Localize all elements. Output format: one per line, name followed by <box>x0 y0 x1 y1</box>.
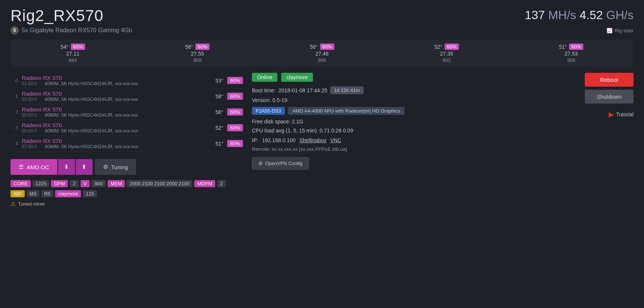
summary-fan-4: 60% <box>569 44 583 50</box>
download-button[interactable]: ⬇ <box>58 159 75 175</box>
summary-fan-1: 60% <box>195 44 210 50</box>
cpu-load-label: CPU load avg (1, 5, 15 min): <box>252 128 318 134</box>
gpu-time-3: 06:00.0 <box>22 128 42 134</box>
download-icon: ⬇ <box>64 164 69 170</box>
gear-icon: ⚙ <box>103 164 108 170</box>
summary-rpm-2: 906 <box>318 57 326 63</box>
claymore-tag: claymore <box>55 190 81 197</box>
online-badge: Online <box>252 73 277 82</box>
tuned-miner-row: ⚠ Tuned miner <box>10 200 243 207</box>
gpu-info-1: Radeon RX 570 02:00.0 4096M, SK Hynix H5… <box>22 90 210 102</box>
summary-fan-3: 60% <box>445 44 459 50</box>
gpu-name-1: Radeon RX 570 <box>22 90 210 97</box>
upload-button[interactable]: ⬆ <box>76 159 93 175</box>
disk-line: Free disk space: 2.1G <box>252 119 404 125</box>
gpu-right-0: 53° 60% <box>216 77 243 84</box>
mem-vals-tag: 2000 2100 2100 2000 2100 <box>127 180 192 187</box>
gpu-temp-0: 53° <box>216 78 223 84</box>
vnc-link[interactable]: VNC <box>330 137 341 143</box>
right-panel: Online claymore Boot time: 2018-01-08 17… <box>252 73 634 207</box>
hardware-row: F2A55-DS3 AMD A4-4000 APU with Radeon(tm… <box>252 107 404 115</box>
v-label-tag: V <box>81 180 90 187</box>
gpu-row-0: 0 Radeon RX 570 01:00.0 4096M, SK Hynix … <box>10 73 243 89</box>
subtitle-row: 5 5x Gigabyte Radeon RX570 Gaming 4Gb <box>10 26 132 35</box>
gpu-right-3: 52° 60% <box>216 124 243 131</box>
dpm-label-tag: DPM <box>51 180 68 187</box>
gpu-mem-1: 4096M, SK Hynix H5GC4H24AJR, xxx-xxx-xxx <box>45 97 138 102</box>
gpu-fan-3: 60% <box>227 124 243 131</box>
remote-val: xx.xx.xxx.xx [xx.xxx.PPPoE.ktb.ua] <box>272 146 347 152</box>
gpu-summary-3: 52° 60% 27.35 902 <box>434 44 459 63</box>
gpu-row-1: 1 Radeon RX 570 02:00.0 4096M, SK Hynix … <box>10 89 243 104</box>
upload-icon: ⬆ <box>82 164 87 170</box>
youtube-icon: ▶ <box>609 110 614 119</box>
hashrate-display: 137 MH/s 4.52 GH/s <box>525 7 634 22</box>
openvpn-button[interactable]: ⚙ OpenVPN Config <box>252 157 309 170</box>
gpu-time-1: 02:00.0 <box>22 97 42 102</box>
gpu-temp-3: 52° <box>216 125 223 131</box>
gpu-summary-1: 58° 60% 27.55 909 <box>185 44 210 63</box>
gpu-time-0: 01:00.0 <box>22 81 42 86</box>
gpu-fan-2: 60% <box>227 108 243 116</box>
gpu-info-4: Radeon RX 570 07:00.0 4096M, SK Hynix H5… <box>22 138 210 149</box>
ip-label: IP: <box>252 137 258 143</box>
chart-icon: 📈 <box>607 28 613 33</box>
amd-oc-button[interactable]: ☰ AMD OC <box>10 159 57 175</box>
status-badges-row: Online claymore <box>252 73 404 82</box>
remote-label: Remote: <box>252 146 270 152</box>
r5-tag: R5 <box>41 190 54 197</box>
gpu-summary-0: 54° 60% 27.11 894 <box>61 44 85 63</box>
motherboard-badge: F2A55-DS3 <box>252 107 285 115</box>
subtitle-text: 5x Gigabyte Radeon RX570 Gaming 4Gb <box>22 27 132 34</box>
summary-rpm-4: 908 <box>567 57 575 63</box>
version-label: Version: <box>252 97 271 103</box>
gpu-time-4: 07:00.0 <box>22 144 42 149</box>
core-val-tag: 1225 <box>33 180 49 187</box>
tuning-label: Tuning <box>111 164 128 170</box>
gpu-name-4: Radeon RX 570 <box>22 138 210 144</box>
summary-temp-2: 56° <box>310 44 318 50</box>
gpu-row-4: 4 Radeon RX 570 07:00.0 4096M, SK Hynix … <box>10 136 243 152</box>
hashrate-mh: 137 <box>525 8 545 22</box>
summary-mh-2: 27.46 <box>315 51 328 57</box>
rig-stats-link[interactable]: 📈 Rig stats <box>607 28 634 33</box>
reboot-button[interactable]: Reboot <box>585 73 634 87</box>
gpu-temp-1: 58° <box>216 93 223 99</box>
cpu-badge: AMD A4-4000 APU with Radeon(tm) HD Graph… <box>288 107 405 115</box>
mem-label-tag: MEM <box>108 180 125 187</box>
gpu-name-3: Radeon RX 570 <box>22 122 210 128</box>
mdpm-label-tag: MDPM <box>194 180 215 187</box>
shutdown-button[interactable]: Shutdown <box>585 90 634 104</box>
ip-line: IP: 192.168.0.100 Shellinabox VNC <box>252 137 404 143</box>
summary-rpm-0: 894 <box>69 57 77 63</box>
disk-label: Free disk space: <box>252 119 291 125</box>
right-buttons: Reboot Shutdown ▶ Tutorial <box>585 73 634 119</box>
tuning-button[interactable]: ⚙ Tuning <box>95 159 136 175</box>
hashrate-unit1: MH/s <box>548 8 576 22</box>
wd-row: WD M3 R5 claymore 115 <box>10 190 243 197</box>
summary-temp-0: 54° <box>61 44 69 50</box>
core-label-tag: CORE <box>10 180 31 187</box>
tutorial-label: Tutorial <box>616 111 634 117</box>
hashrate-unit2: GH/s <box>606 8 634 22</box>
warning-icon: ⚠ <box>10 200 16 207</box>
tuned-miner-text: Tuned miner <box>18 201 45 207</box>
summary-mh-4: 27.53 <box>565 51 578 57</box>
summary-fan-2: 60% <box>320 44 334 50</box>
summary-rpm-1: 909 <box>193 57 202 63</box>
gpu-fan-4: 60% <box>227 140 243 147</box>
gpu-fan-0: 60% <box>227 77 243 84</box>
summary-temp-4: 51° <box>559 44 567 50</box>
tutorial-link[interactable]: ▶ Tutorial <box>609 110 634 119</box>
boot-time-line: Boot time: 2018-01-08 17:44:25 1d 12h 41… <box>252 86 404 94</box>
gpu-index-4: 4 <box>10 141 22 146</box>
gpu-summary-4: 51° 60% 27.53 908 <box>559 44 583 63</box>
summary-mh-0: 27.11 <box>66 51 79 57</box>
disk-val: 2.1G <box>292 119 303 125</box>
rig-stats-label: Rig stats <box>614 28 634 33</box>
summary-mh-1: 27.55 <box>191 51 204 57</box>
gpu-name-0: Radeon RX 570 <box>22 75 210 81</box>
shellinabox-link[interactable]: Shellinabox <box>300 137 326 143</box>
claymore-badge: claymore <box>281 73 313 82</box>
gpu-summary-2: 56° 60% 27.46 906 <box>310 44 334 63</box>
